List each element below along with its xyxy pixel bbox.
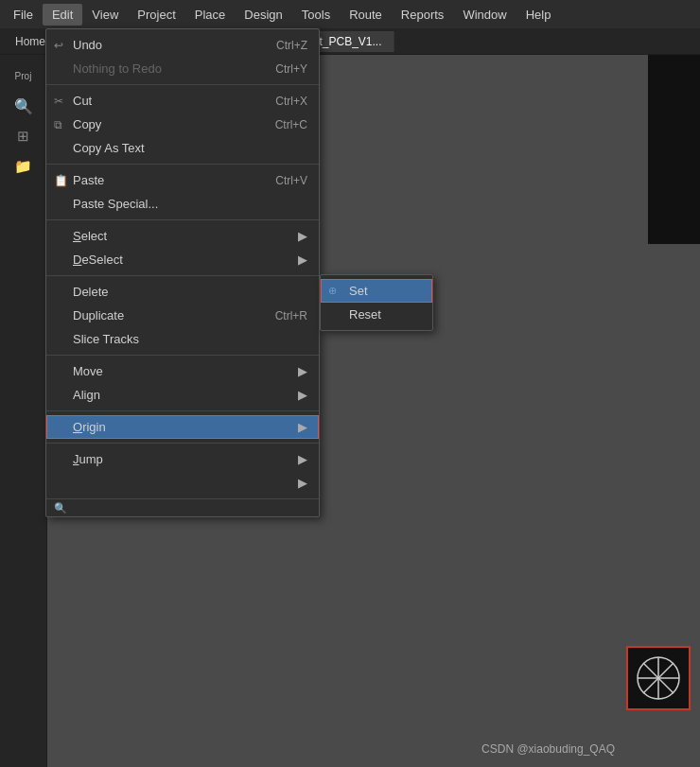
menubar-tools[interactable]: Tools [292,4,340,26]
jump-arrow-icon: ▶ [298,452,307,466]
separator-1 [46,84,319,85]
menubar-view[interactable]: View [82,4,128,26]
origin-marker-container [626,646,691,710]
separator-8 [46,498,319,499]
sidebar-search[interactable]: 🔍 [7,93,41,119]
paste-icon: 📋 [54,174,68,187]
separator-7 [46,443,319,444]
menubar-project[interactable]: Project [128,4,184,26]
menubar: File Edit View Project Place Design Tool… [0,0,700,28]
sidebar: Proj 🔍 ⊞ 📁 [0,55,47,767]
undo-icon: ↩ [54,39,63,52]
edit-dropdown-menu[interactable]: ↩ Undo Ctrl+Z Nothing to Redo Ctrl+Y ✂ C… [45,28,320,517]
watermark: CSDN @xiaobuding_QAQ [481,742,615,756]
menubar-design[interactable]: Design [235,4,291,26]
separator-6 [46,410,319,411]
submenu-reset[interactable]: Reset [321,303,432,326]
sidebar-components[interactable]: ⊞ [7,123,41,149]
origin-submenu[interactable]: ⊕ Set Reset [320,274,433,331]
separator-3 [46,219,319,220]
align-arrow-icon: ▶ [298,388,307,402]
cut-icon: ✂ [54,95,63,108]
separator-4 [46,275,319,276]
menu-move[interactable]: Move ▶ [46,359,319,383]
menu-align[interactable]: Align ▶ [46,383,319,407]
menubar-window[interactable]: Window [453,4,516,26]
menubar-help[interactable]: Help [516,4,561,26]
menu-paste[interactable]: 📋 Paste Ctrl+V [46,168,319,192]
menubar-place[interactable]: Place [185,4,236,26]
menubar-reports[interactable]: Reports [392,4,454,26]
copy-icon: ⧉ [54,118,62,131]
menu-cut[interactable]: ✂ Cut Ctrl+X [46,89,319,113]
origin-circle-svg [634,654,683,703]
origin-arrow-icon: ▶ [298,420,307,434]
menu-selection-memory[interactable]: ▶ [46,471,319,495]
set-icon: ⊕ [328,285,337,297]
selection-memory-arrow-icon: ▶ [298,476,307,490]
menu-paste-special[interactable]: Paste Special... [46,192,319,216]
menu-slice-tracks[interactable]: Slice Tracks [46,327,319,351]
sidebar-tree[interactable]: 📁 [7,153,41,180]
menu-delete[interactable]: Delete [46,280,319,304]
menu-nothing-to-redo: Nothing to Redo Ctrl+Y [46,57,319,80]
select-arrow-icon: ▶ [298,229,307,243]
menu-duplicate[interactable]: Duplicate Ctrl+R [46,304,319,327]
sidebar-proj[interactable]: Proj [7,62,41,89]
menu-find-similar[interactable]: 🔍 [46,503,319,513]
menu-copy[interactable]: ⧉ Copy Ctrl+C [46,113,319,136]
menu-select[interactable]: Select ▶ [46,224,319,248]
submenu-set[interactable]: ⊕ Set [321,279,432,303]
menu-origin[interactable]: Origin ▶ [46,415,319,439]
menubar-edit[interactable]: Edit [43,4,82,26]
menu-undo[interactable]: ↩ Undo Ctrl+Z [46,33,319,57]
menu-deselect[interactable]: DeSelect ▶ [46,248,319,271]
separator-2 [46,164,319,165]
menu-copy-as-text[interactable]: Copy As Text [46,136,319,160]
deselect-arrow-icon: ▶ [298,253,307,267]
separator-5 [46,355,319,356]
menu-jump[interactable]: Jump ▶ [46,447,319,471]
black-region [648,55,700,244]
menubar-file[interactable]: File [4,4,43,26]
move-arrow-icon: ▶ [298,364,307,378]
origin-marker [634,654,683,703]
menubar-route[interactable]: Route [340,4,392,26]
find-icon: 🔍 [54,502,67,514]
